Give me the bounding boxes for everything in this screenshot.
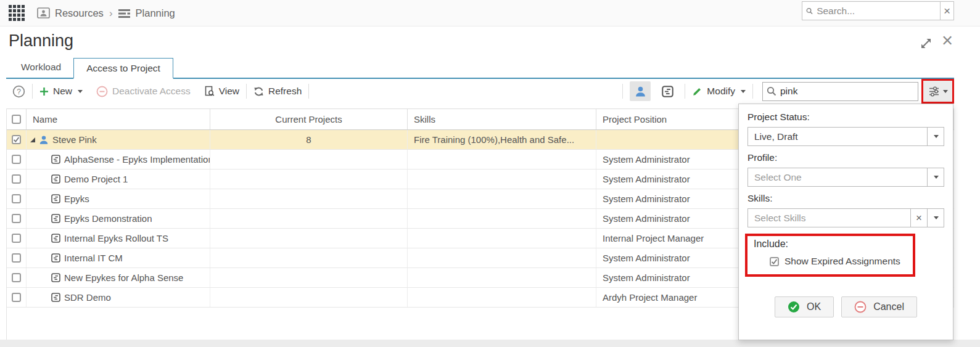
header-skills[interactable]: Skills xyxy=(408,109,596,129)
project-icon xyxy=(51,273,60,282)
show-expired-checkbox[interactable] xyxy=(770,257,779,266)
filter-panel: Project Status: Live, Draft Profile: Sel… xyxy=(738,104,953,340)
skills-label: Skills: xyxy=(747,193,944,204)
row-checkbox[interactable] xyxy=(12,273,21,282)
resources-icon xyxy=(37,7,50,19)
row-checkbox[interactable] xyxy=(12,174,21,184)
tab-workload[interactable]: Workload xyxy=(9,57,73,78)
project-status-select[interactable]: Live, Draft xyxy=(747,127,944,146)
toolbar-separator xyxy=(246,84,247,99)
dropdown-trigger[interactable] xyxy=(927,168,944,186)
resource-view-button[interactable] xyxy=(630,81,651,101)
global-search-clear-icon[interactable]: × xyxy=(940,2,953,20)
table-search-input[interactable] xyxy=(776,86,918,97)
profile-select[interactable]: Select One xyxy=(747,168,944,187)
project-icon xyxy=(51,174,60,184)
chevron-down-icon xyxy=(934,135,939,138)
resource-name-cell: Steve Pink xyxy=(27,130,210,149)
skills-cell xyxy=(408,150,596,169)
row-checkbox[interactable] xyxy=(12,214,21,223)
skills-cell xyxy=(408,248,596,267)
ok-button[interactable]: OK xyxy=(775,296,834,317)
app-launcher-icon[interactable] xyxy=(9,5,25,22)
refresh-button-label: Refresh xyxy=(268,86,302,97)
red-annotation-filter-button xyxy=(921,79,954,104)
filter-buttons: OK Cancel xyxy=(747,296,944,317)
skills-cell xyxy=(408,189,596,208)
table-search-box xyxy=(762,82,918,101)
clear-skills-icon[interactable]: × xyxy=(910,209,927,227)
tab-access-label: Access to Project xyxy=(86,63,160,74)
refresh-icon xyxy=(253,86,264,97)
current-projects-cell xyxy=(210,248,408,267)
breadcrumb-resources-label: Resources xyxy=(55,7,104,19)
filter-sliders-icon xyxy=(928,86,940,97)
project-status-label: Project Status: xyxy=(747,112,944,123)
row-checkbox[interactable] xyxy=(12,253,21,263)
global-search-input[interactable] xyxy=(813,6,940,17)
tab-access-to-project[interactable]: Access to Project xyxy=(73,58,173,79)
help-icon: ? xyxy=(12,85,25,98)
skills-cell xyxy=(408,268,596,287)
row-checkbox[interactable] xyxy=(12,234,21,243)
profile-label: Profile: xyxy=(747,152,944,163)
row-checkbox[interactable] xyxy=(12,155,21,164)
close-panel-icon[interactable]: × xyxy=(942,31,953,50)
project-icon xyxy=(51,194,60,203)
header-current-projects-label: Current Projects xyxy=(275,114,342,125)
tree-expanded-icon[interactable] xyxy=(30,137,35,142)
filter-options-button[interactable] xyxy=(923,81,952,102)
expand-panel-icon[interactable] xyxy=(920,37,933,50)
profile-placeholder: Select One xyxy=(748,172,927,183)
project-name-cell: SDR Demo xyxy=(27,288,210,307)
row-checkbox[interactable] xyxy=(12,194,21,203)
chevron-down-icon xyxy=(934,176,939,179)
bottom-strip xyxy=(0,340,980,347)
breadcrumb-resources[interactable]: Resources xyxy=(37,7,104,19)
modify-button[interactable]: Modify xyxy=(692,86,746,97)
global-search-box: × xyxy=(802,1,954,20)
project-view-button[interactable] xyxy=(657,81,678,101)
deactivate-access-button[interactable]: Deactivate Access xyxy=(96,86,191,97)
header-name[interactable]: Name xyxy=(27,109,210,129)
parent-row-checkbox[interactable] xyxy=(12,135,21,144)
search-icon xyxy=(806,6,813,16)
help-button[interactable]: ? xyxy=(12,85,25,98)
row-checkbox-cell xyxy=(7,169,27,189)
cancel-icon xyxy=(854,301,867,313)
toolbar: ? New Deactivate Access View xyxy=(6,79,954,104)
row-checkbox-cell xyxy=(7,288,27,307)
row-checkbox[interactable] xyxy=(12,293,21,302)
select-all-checkbox[interactable] xyxy=(12,115,21,124)
current-projects-cell xyxy=(210,268,408,287)
check-icon xyxy=(771,258,778,265)
project-name-cell: Epyks Demonstration xyxy=(27,209,210,228)
top-bar: Resources › Planning × xyxy=(0,0,980,27)
view-icon xyxy=(204,86,215,97)
breadcrumb-planning[interactable]: Planning xyxy=(118,7,175,19)
cancel-button-label: Cancel xyxy=(873,301,904,312)
toolbar-separator xyxy=(622,84,623,99)
current-projects-cell xyxy=(210,288,408,307)
current-projects-cell xyxy=(210,229,408,248)
dropdown-trigger[interactable] xyxy=(927,128,944,145)
skills-placeholder: Select Skills xyxy=(748,213,910,224)
refresh-button[interactable]: Refresh xyxy=(253,86,302,97)
project-name-cell: Internal IT CM xyxy=(27,248,210,267)
cancel-button[interactable]: Cancel xyxy=(841,296,917,317)
include-label: Include: xyxy=(754,239,913,250)
check-icon xyxy=(13,136,20,143)
toolbar-separator xyxy=(685,84,685,99)
skills-select[interactable]: Select Skills × xyxy=(747,208,944,227)
project-name-cell: Internal Epyks Rollout TS xyxy=(27,229,210,248)
header-current-projects[interactable]: Current Projects xyxy=(210,109,408,129)
dropdown-trigger[interactable] xyxy=(927,209,944,227)
toolbar-separator xyxy=(32,84,33,99)
chevron-down-icon xyxy=(741,90,746,93)
new-button[interactable]: New xyxy=(39,86,83,97)
deactivate-access-label: Deactivate Access xyxy=(112,86,191,97)
project-name-cell: Epyks xyxy=(27,189,210,208)
project-name-cell: New Epykes for Alpha Sense xyxy=(27,268,210,287)
show-expired-row[interactable]: Show Expired Assignments xyxy=(770,256,913,267)
view-button[interactable]: View xyxy=(204,86,239,97)
